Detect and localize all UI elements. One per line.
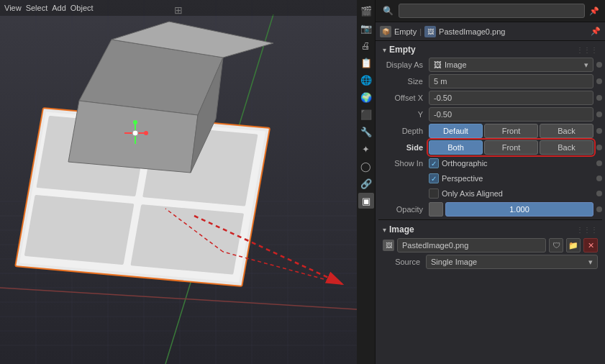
axis-label: Only Axis Aligned bbox=[442, 189, 503, 198]
select-menu-btn[interactable]: Select bbox=[26, 4, 48, 12]
sidebar-icon-render[interactable]: 📷 bbox=[358, 20, 374, 36]
size-dot[interactable] bbox=[596, 78, 602, 84]
opacity-row: Opacity 1.000 bbox=[378, 201, 602, 217]
props-content: ▾ Empty ⋮⋮⋮ Display As 🖼 Image Size 5 m bbox=[376, 41, 605, 364]
show-in-ortho-row: Show In ✓ Orthographic bbox=[378, 156, 602, 170]
display-as-value: Image bbox=[445, 60, 467, 69]
sidebar-icon-physics[interactable]: ◯ bbox=[358, 158, 374, 174]
size-row: Size 5 m bbox=[378, 73, 602, 89]
sidebar-icon-world[interactable]: 🌍 bbox=[358, 89, 374, 105]
right-panel: 🎬 📷 🖨 📋 🌐 🌍 ⬛ 🔧 ✦ ◯ 🔗 ▣ 🔍 📌 📦 Empty | 🖼 … bbox=[357, 0, 605, 364]
image-section-header[interactable]: ▾ Image ⋮⋮⋮ bbox=[378, 222, 602, 237]
sidebar-icon-particles[interactable]: ✦ bbox=[358, 141, 374, 157]
opacity-label: Opacity bbox=[378, 205, 429, 214]
opacity-dot[interactable] bbox=[596, 206, 602, 212]
ortho-checkbox-row: ✓ Orthographic bbox=[429, 158, 593, 168]
source-row: Source Single Image bbox=[378, 254, 602, 270]
persp-dot[interactable] bbox=[596, 176, 602, 181]
breadcrumb-pin-icon[interactable]: 📌 bbox=[591, 27, 601, 36]
object-menu-btn[interactable]: Object bbox=[70, 4, 94, 12]
sidebar-icon-object[interactable]: ⬛ bbox=[358, 106, 374, 122]
breadcrumb-separator: | bbox=[419, 27, 422, 36]
display-as-icon: 🖼 bbox=[434, 60, 442, 69]
side-back-btn[interactable]: Back bbox=[540, 140, 593, 155]
source-value: Single Image bbox=[431, 258, 477, 266]
ortho-checkbox[interactable]: ✓ bbox=[429, 158, 439, 168]
offset-y-row: Y -0.50 bbox=[378, 106, 602, 122]
depth-btn-group: Default Front Back bbox=[429, 124, 593, 138]
search-input[interactable] bbox=[399, 4, 585, 18]
search-icon[interactable]: 🔍 bbox=[380, 3, 396, 19]
properties-panel: 🔍 📌 📦 Empty | 🖼 PastedImage0.png 📌 ▾ Emp… bbox=[376, 0, 605, 364]
sidebar-icons: 🎬 📷 🖨 📋 🌐 🌍 ⬛ 🔧 ✦ ◯ 🔗 ▣ bbox=[357, 0, 376, 364]
source-select[interactable]: Single Image bbox=[426, 255, 598, 269]
empty-section-header[interactable]: ▾ Empty ⋮⋮⋮ bbox=[378, 42, 602, 57]
image-shield-btn[interactable]: 🛡 bbox=[549, 238, 563, 252]
empty-section-title: Empty bbox=[389, 45, 416, 55]
breadcrumb-image-label: PastedImage0.png bbox=[439, 27, 505, 36]
offset-x-label: Offset X bbox=[378, 94, 429, 102]
sidebar-icon-output[interactable]: 🖨 bbox=[358, 37, 374, 53]
viewport-menu-btn[interactable]: View bbox=[4, 4, 22, 12]
side-dot[interactable] bbox=[596, 145, 602, 150]
sidebar-icon-modifier[interactable]: 🔧 bbox=[358, 124, 374, 140]
side-label: Side bbox=[378, 143, 429, 152]
offset-y-value: -0.50 bbox=[434, 110, 452, 119]
offset-y-dot[interactable] bbox=[596, 112, 602, 117]
image-close-btn[interactable]: ✕ bbox=[583, 238, 598, 252]
svg-rect-27 bbox=[24, 195, 135, 265]
image-filename[interactable]: PastedImage0.png bbox=[397, 238, 546, 252]
svg-rect-28 bbox=[130, 204, 244, 275]
sidebar-icon-scene[interactable]: 🎬 bbox=[358, 3, 374, 19]
offset-x-field[interactable]: -0.50 bbox=[429, 91, 593, 105]
show-in-persp-row: ✓ Perspective bbox=[378, 171, 602, 186]
size-field[interactable]: 5 m bbox=[429, 74, 593, 88]
axis-checkbox[interactable] bbox=[429, 188, 439, 199]
viewport-header: View Select Add Object bbox=[0, 0, 357, 16]
side-both-btn[interactable]: Both bbox=[429, 140, 483, 155]
display-as-select[interactable]: 🖼 Image bbox=[429, 58, 593, 72]
image-folder-btn[interactable]: 📁 bbox=[566, 238, 581, 252]
offset-x-dot[interactable] bbox=[596, 95, 602, 101]
opacity-field[interactable]: 1.000 bbox=[445, 202, 593, 217]
persp-label: Perspective bbox=[442, 174, 483, 183]
sidebar-icon-viewlayer[interactable]: 📋 bbox=[358, 55, 374, 70]
offset-y-field[interactable]: -0.50 bbox=[429, 107, 593, 122]
depth-row: Depth Default Front Back bbox=[378, 123, 602, 139]
side-btn-group: Both Front Back bbox=[429, 140, 593, 155]
section-divider bbox=[378, 219, 602, 220]
add-menu-btn[interactable]: Add bbox=[52, 4, 66, 12]
side-front-btn[interactable]: Front bbox=[484, 140, 538, 155]
opacity-value: 1.000 bbox=[509, 205, 529, 214]
depth-default-btn[interactable]: Default bbox=[429, 124, 483, 138]
breadcrumb-icon-empty: 📦 bbox=[380, 26, 391, 37]
display-as-row: Display As 🖼 Image bbox=[378, 57, 602, 73]
breadcrumb-empty-label: Empty bbox=[394, 27, 417, 36]
sidebar-icon-scene2[interactable]: 🌐 bbox=[358, 72, 374, 88]
depth-back-btn[interactable]: Back bbox=[540, 124, 593, 138]
opacity-color-swatch[interactable] bbox=[429, 202, 443, 217]
3d-viewport[interactable]: View Select Add Object ⊞ bbox=[0, 0, 357, 364]
breadcrumb: 📦 Empty | 🖼 PastedImage0.png 📌 bbox=[376, 22, 605, 41]
breadcrumb-icon-image: 🖼 bbox=[424, 26, 436, 37]
persp-checkbox[interactable]: ✓ bbox=[429, 173, 439, 183]
axis-dot[interactable] bbox=[596, 191, 602, 196]
svg-point-36 bbox=[132, 130, 138, 136]
empty-section-dots: ⋮⋮⋮ bbox=[576, 46, 598, 54]
sidebar-icon-constraints[interactable]: 🔗 bbox=[358, 176, 374, 191]
persp-checkbox-row: ✓ Perspective bbox=[429, 173, 593, 183]
depth-label: Depth bbox=[378, 127, 429, 135]
image-filename-text: PastedImage0.png bbox=[402, 241, 468, 250]
side-row: Side Both Front Back bbox=[378, 140, 602, 155]
sidebar-icon-data[interactable]: ▣ bbox=[358, 193, 374, 209]
offset-x-value: -0.50 bbox=[434, 94, 452, 102]
size-label: Size bbox=[378, 77, 429, 86]
depth-dot[interactable] bbox=[596, 128, 602, 134]
display-as-dot[interactable] bbox=[596, 62, 602, 68]
depth-front-btn[interactable]: Front bbox=[484, 124, 538, 138]
offset-x-row: Offset X -0.50 bbox=[378, 90, 602, 106]
show-in-label: Show In bbox=[378, 159, 429, 168]
show-in-dot[interactable] bbox=[596, 160, 602, 166]
show-in-axis-row: Only Axis Aligned bbox=[378, 186, 602, 201]
panel-pin-icon[interactable]: 📌 bbox=[588, 4, 601, 17]
